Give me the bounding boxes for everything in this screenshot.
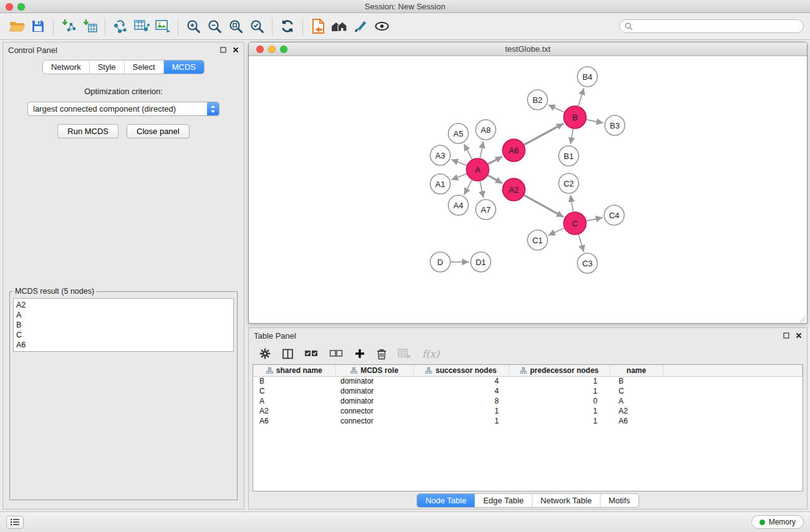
zoom-selected-button[interactable] — [246, 16, 268, 37]
graph-node[interactable]: B4 — [577, 67, 597, 87]
tab-network-table[interactable]: Network Table — [533, 494, 600, 507]
memory-button[interactable]: Memory — [751, 515, 804, 529]
graph-node[interactable]: A — [466, 158, 489, 181]
graph-edge[interactable] — [480, 181, 483, 198]
network-graph[interactable]: B4B2BB3A5A8A6B1A3AC2A1A2A4A7C4CC1C3DD1 — [249, 56, 807, 323]
function-builder-button[interactable]: f(x) — [422, 348, 439, 360]
graph-node[interactable]: B2 — [528, 90, 547, 110]
graph-node[interactable]: D — [430, 252, 450, 272]
close-panel-action-button[interactable]: Close panel — [127, 124, 190, 138]
tab-mcds[interactable]: MCDS — [164, 60, 204, 74]
graph-edge[interactable] — [480, 142, 483, 158]
graph-node[interactable]: B — [564, 106, 586, 128]
mcds-result-list[interactable]: A2ABCA6 — [13, 298, 234, 352]
tab-style[interactable]: Style — [90, 60, 125, 74]
search-input[interactable] — [636, 22, 798, 31]
table-row[interactable]: A6connector11A6 — [253, 416, 803, 426]
criterion-dropdown[interactable]: largest connected component (directed) — [27, 102, 219, 116]
float-panel-button[interactable] — [220, 46, 226, 55]
graph-node[interactable]: A7 — [476, 200, 496, 220]
delete-column-button[interactable] — [377, 348, 387, 360]
zoom-out-button[interactable] — [204, 16, 225, 37]
graph-node[interactable]: D1 — [471, 252, 491, 272]
export-image-button[interactable] — [152, 16, 173, 37]
network-close-button[interactable] — [256, 46, 264, 53]
table-settings-button[interactable] — [259, 347, 271, 360]
table-row[interactable]: Cdominator41C — [253, 386, 803, 396]
graph-node[interactable]: C1 — [528, 230, 547, 250]
graph-edge[interactable] — [579, 235, 584, 252]
new-network-button[interactable] — [110, 16, 131, 37]
zoom-window-button[interactable] — [17, 3, 25, 11]
import-table-button[interactable] — [79, 16, 100, 37]
result-item[interactable]: A2 — [16, 300, 231, 310]
result-item[interactable]: C — [16, 330, 231, 340]
graph-edge[interactable] — [451, 160, 467, 165]
result-item[interactable]: A6 — [16, 340, 231, 350]
network-minimize-button[interactable] — [268, 46, 276, 53]
tab-edge-table[interactable]: Edge Table — [475, 494, 533, 507]
open-file-button[interactable] — [307, 16, 329, 37]
deselect-all-button[interactable] — [329, 349, 343, 358]
tab-motifs[interactable]: Motifs — [600, 494, 639, 507]
open-session-button[interactable] — [6, 16, 27, 37]
graph-edge[interactable] — [524, 195, 564, 217]
graph-edge[interactable] — [571, 129, 573, 144]
refresh-layout-button[interactable] — [277, 16, 298, 37]
run-mcds-button[interactable]: Run MCDS — [57, 124, 118, 138]
search-field[interactable] — [619, 19, 804, 33]
graph-node[interactable]: C — [564, 212, 586, 235]
graph-node[interactable]: C2 — [559, 173, 579, 193]
column-header-successor-nodes[interactable]: successor nodes — [413, 365, 509, 376]
graph-node[interactable]: A6 — [503, 139, 525, 162]
graph-edge[interactable] — [571, 195, 573, 211]
graph-node[interactable]: C4 — [604, 205, 624, 225]
graph-node[interactable]: A4 — [448, 195, 468, 215]
graph-node[interactable]: A5 — [448, 123, 468, 143]
network-zoom-button[interactable] — [280, 46, 287, 53]
tab-select[interactable]: Select — [125, 60, 164, 74]
select-all-button[interactable] — [304, 349, 318, 358]
delete-table-button[interactable] — [398, 349, 411, 359]
float-table-panel-button[interactable] — [783, 331, 789, 341]
network-canvas[interactable]: B4B2BB3A5A8A6B1A3AC2A1A2A4A7C4CC1C3DD1 — [249, 56, 807, 323]
graph-edge[interactable] — [488, 175, 503, 183]
show-hide-graphics-button[interactable] — [371, 16, 392, 37]
task-history-button[interactable] — [6, 516, 24, 529]
graph-node[interactable]: C3 — [577, 253, 597, 273]
result-item[interactable]: B — [16, 320, 231, 330]
home-button[interactable] — [329, 16, 350, 37]
tab-node-table[interactable]: Node Table — [417, 494, 475, 507]
graph-edge[interactable] — [464, 180, 472, 195]
graph-node[interactable]: A3 — [430, 145, 450, 165]
graph-node[interactable]: B3 — [605, 115, 625, 135]
close-window-button[interactable] — [6, 3, 13, 11]
graph-node[interactable]: B1 — [559, 146, 579, 166]
tab-network[interactable]: Network — [43, 60, 90, 74]
graph-edge[interactable] — [548, 105, 564, 112]
graph-edge[interactable] — [451, 174, 467, 180]
graph-edge[interactable] — [548, 228, 564, 235]
node-table[interactable]: shared name MCDS role successor nodes pr… — [253, 364, 803, 491]
graph-node[interactable]: A8 — [476, 120, 496, 140]
new-network-table-button[interactable] — [131, 16, 152, 37]
style-brush-button[interactable] — [350, 16, 371, 37]
table-row[interactable]: A2connector11A2 — [253, 406, 803, 416]
graph-edge[interactable] — [524, 123, 564, 145]
zoom-fit-button[interactable] — [225, 16, 246, 37]
column-header-mcds-role[interactable]: MCDS role — [335, 365, 413, 376]
graph-edge[interactable] — [488, 157, 503, 164]
close-panel-button[interactable] — [233, 46, 239, 55]
zoom-in-button[interactable] — [183, 16, 204, 37]
import-network-button[interactable] — [58, 16, 79, 37]
save-session-button[interactable] — [27, 16, 49, 37]
resize-handle[interactable] — [799, 315, 806, 322]
column-header-shared-name[interactable]: shared name — [253, 365, 335, 376]
graph-node[interactable]: A1 — [430, 174, 450, 194]
select-columns-button[interactable] — [282, 349, 293, 359]
graph-edge[interactable] — [579, 88, 584, 106]
column-header-predecessor-nodes[interactable]: predecessor nodes — [509, 365, 610, 376]
graph-node[interactable]: A2 — [503, 178, 525, 201]
add-column-button[interactable] — [354, 348, 365, 359]
graph-edge[interactable] — [587, 218, 603, 221]
